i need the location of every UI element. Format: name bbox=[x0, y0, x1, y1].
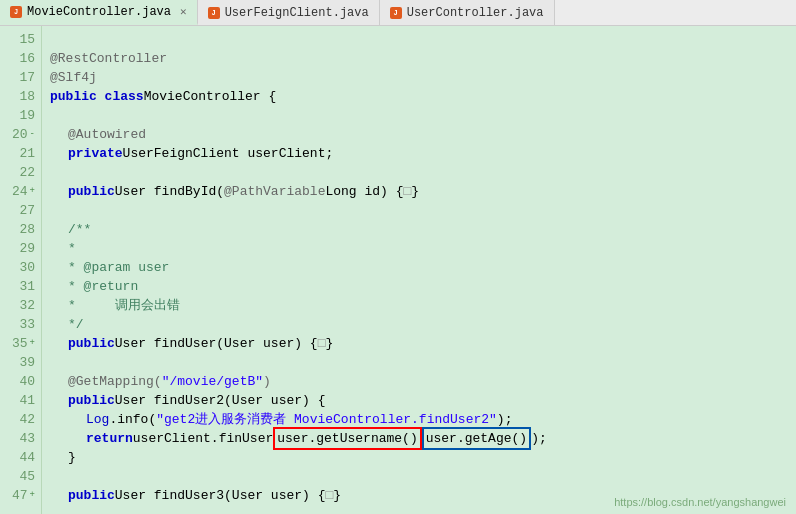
line-num: 18 bbox=[19, 87, 35, 106]
code-line: public User findById(@PathVariable Long … bbox=[50, 182, 796, 201]
code-line: * @param user bbox=[50, 258, 796, 277]
code-line: */ bbox=[50, 315, 796, 334]
java-icon: J bbox=[208, 7, 220, 19]
code-line: } bbox=[50, 448, 796, 467]
code-content: @RestController @Slf4j public class Movi… bbox=[42, 26, 796, 514]
close-icon[interactable]: ✕ bbox=[180, 5, 187, 18]
line-num: 44 bbox=[19, 448, 35, 467]
code-line: /** bbox=[50, 220, 796, 239]
tab-label: MovieController.java bbox=[27, 5, 171, 19]
line-num: 27 bbox=[19, 201, 35, 220]
line-num: 30 bbox=[19, 258, 35, 277]
line-num: 40 bbox=[19, 372, 35, 391]
line-num: 15 bbox=[19, 30, 35, 49]
line-num: 20 bbox=[12, 125, 28, 144]
code-line: public User findUser2(User user) { bbox=[50, 391, 796, 410]
tab-user-feign-client[interactable]: J UserFeignClient.java bbox=[198, 0, 380, 25]
tab-label: UserFeignClient.java bbox=[225, 6, 369, 20]
tab-user-controller[interactable]: J UserController.java bbox=[380, 0, 555, 25]
code-line: public class MovieController { bbox=[50, 87, 796, 106]
code-line bbox=[50, 106, 796, 125]
line-num: 16 bbox=[19, 49, 35, 68]
line-numbers: 15 16 17 18 19 20- 21 22 24+ 27 28 29 30… bbox=[0, 26, 42, 514]
line-num: 41 bbox=[19, 391, 35, 410]
line-num: 24 bbox=[12, 182, 28, 201]
code-line bbox=[50, 30, 796, 49]
code-line: private UserFeignClient userClient; bbox=[50, 144, 796, 163]
code-line: @Autowired bbox=[50, 125, 796, 144]
line-num: 22 bbox=[19, 163, 35, 182]
line-num: 31 bbox=[19, 277, 35, 296]
highlight-get-age: user.getAge() bbox=[422, 427, 531, 450]
java-icon: J bbox=[10, 6, 22, 18]
line-num: 17 bbox=[19, 68, 35, 87]
line-num: 29 bbox=[19, 239, 35, 258]
code-line: public User findUser(User user) {□} bbox=[50, 334, 796, 353]
code-line: return userClient.finUser user.getUserna… bbox=[50, 429, 796, 448]
line-num: 21 bbox=[19, 144, 35, 163]
line-num: 28 bbox=[19, 220, 35, 239]
line-num: 45 bbox=[19, 467, 35, 486]
watermark: https://blog.csdn.net/yangshangwei bbox=[614, 496, 786, 508]
tab-movie-controller[interactable]: J MovieController.java ✕ bbox=[0, 0, 198, 25]
tab-bar: J MovieController.java ✕ J UserFeignClie… bbox=[0, 0, 796, 26]
line-num: 47 bbox=[12, 486, 28, 505]
code-line bbox=[50, 467, 796, 486]
code-line: * bbox=[50, 239, 796, 258]
line-num: 19 bbox=[19, 106, 35, 125]
java-icon: J bbox=[390, 7, 402, 19]
line-num: 35 bbox=[12, 334, 28, 353]
line-num: 33 bbox=[19, 315, 35, 334]
code-line bbox=[50, 163, 796, 182]
line-num: 39 bbox=[19, 353, 35, 372]
line-num: 42 bbox=[19, 410, 35, 429]
code-line: @GetMapping("/movie/getB") bbox=[50, 372, 796, 391]
code-line: * @return bbox=[50, 277, 796, 296]
tab-label: UserController.java bbox=[407, 6, 544, 20]
line-num: 43 bbox=[19, 429, 35, 448]
code-line: * 调用会出错 bbox=[50, 296, 796, 315]
code-line bbox=[50, 201, 796, 220]
highlight-get-username: user.getUsername() bbox=[273, 427, 421, 450]
code-line: @Slf4j bbox=[50, 68, 796, 87]
line-num: 32 bbox=[19, 296, 35, 315]
code-line bbox=[50, 353, 796, 372]
code-line: @RestController bbox=[50, 49, 796, 68]
editor: 15 16 17 18 19 20- 21 22 24+ 27 28 29 30… bbox=[0, 26, 796, 514]
